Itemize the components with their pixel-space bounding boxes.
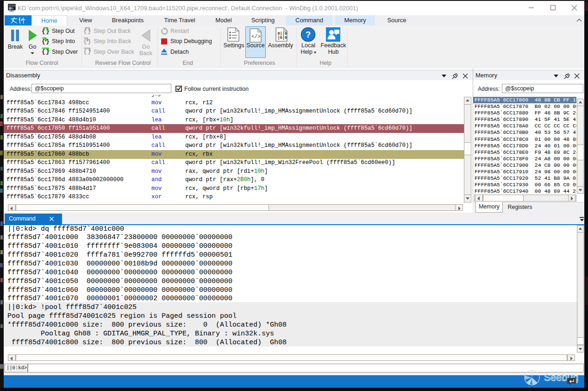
svg-text:{: {: [83, 38, 87, 45]
svg-text:{: {: [42, 38, 45, 45]
svg-text:</>: </>: [251, 34, 261, 39]
svg-text:|0|0|: |0|0|: [278, 36, 288, 40]
svg-text:{: {: [42, 48, 45, 55]
svg-text:?: ?: [306, 30, 311, 39]
svg-text:}: }: [88, 38, 91, 45]
svg-text:{: {: [83, 48, 87, 55]
svg-text:}: }: [46, 38, 50, 45]
